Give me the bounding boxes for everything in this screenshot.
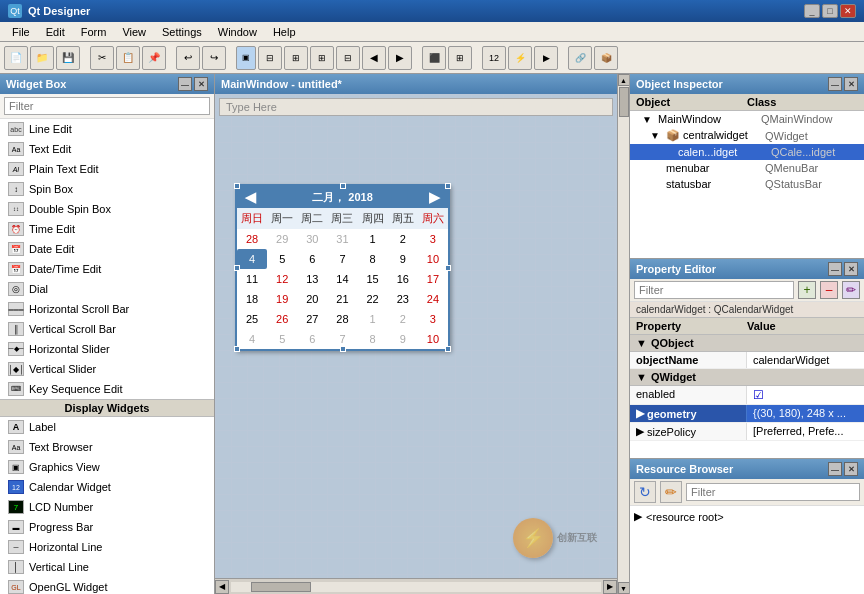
cal-cell[interactable]: 6	[297, 249, 327, 269]
minimize-button[interactable]: _	[804, 4, 820, 18]
cal-cell[interactable]: 3	[418, 229, 448, 249]
prop-val-sizepolicy[interactable]: [Preferred, Prefe...	[747, 423, 864, 440]
cal-cell[interactable]: 21	[327, 289, 357, 309]
obj-row-mainwindow[interactable]: ▼ MainWindow QMainWindow	[630, 111, 864, 127]
widget-item-spin-box[interactable]: ↕ Spin Box	[0, 179, 214, 199]
toolbar-resources[interactable]: 📦	[594, 46, 618, 70]
cal-cell[interactable]: 4	[237, 249, 267, 269]
toolbar-next[interactable]: ▶	[388, 46, 412, 70]
menu-window[interactable]: Window	[210, 24, 265, 40]
resource-filter-input[interactable]	[686, 483, 860, 501]
widget-item-calendar[interactable]: 12 Calendar Widget	[0, 477, 214, 497]
resize-handle-mr[interactable]	[445, 265, 451, 271]
toolbar-paste[interactable]: 📌	[142, 46, 166, 70]
toolbar-undo[interactable]: ↩	[176, 46, 200, 70]
cal-cell[interactable]: 5	[267, 249, 297, 269]
cal-cell[interactable]: 2	[388, 229, 418, 249]
cal-cell[interactable]: 3	[418, 309, 448, 329]
cal-cell[interactable]: 1	[358, 309, 388, 329]
toolbar-prev[interactable]: ◀	[362, 46, 386, 70]
resize-handle-ml[interactable]	[234, 265, 240, 271]
prop-editor-close[interactable]: ✕	[844, 262, 858, 276]
cal-cell[interactable]: 28	[327, 309, 357, 329]
widget-item-lcd-number[interactable]: 7 LCD Number	[0, 497, 214, 517]
cal-cell[interactable]: 22	[358, 289, 388, 309]
prop-val-enabled[interactable]: ☑	[747, 386, 864, 404]
hscroll-right-arrow[interactable]: ▶	[603, 580, 617, 594]
cal-cell[interactable]: 9	[388, 329, 418, 349]
prop-row-geometry[interactable]: ▶ geometry {(30, 180), 248 x ...	[630, 405, 864, 423]
menu-view[interactable]: View	[114, 24, 154, 40]
enabled-checkbox[interactable]: ☑	[753, 388, 764, 402]
property-edit-btn[interactable]: ✏	[842, 281, 860, 299]
widget-item-hline[interactable]: ─ Horizontal Line	[0, 537, 214, 557]
hscroll-left-arrow[interactable]: ◀	[215, 580, 229, 594]
resource-edit-btn[interactable]: ✏	[660, 481, 682, 503]
widget-item-hscrollbar[interactable]: ═══ Horizontal Scroll Bar	[0, 299, 214, 319]
widget-item-vscrollbar[interactable]: ║ Vertical Scroll Bar	[0, 319, 214, 339]
widget-item-double-spin-box[interactable]: ↕↕ Double Spin Box	[0, 199, 214, 219]
menu-file[interactable]: File	[4, 24, 38, 40]
toolbar-copy[interactable]: 📋	[116, 46, 140, 70]
resource-root-row[interactable]: ▶ <resource root>	[634, 510, 860, 523]
cal-cell[interactable]: 17	[418, 269, 448, 289]
property-filter-input[interactable]	[634, 281, 794, 299]
vscroll-down-arrow[interactable]: ▼	[618, 582, 630, 594]
obj-row-menubar[interactable]: menubar QMenuBar	[630, 160, 864, 176]
toolbar-simplify-grid[interactable]: ⊞	[448, 46, 472, 70]
maximize-button[interactable]: □	[822, 4, 838, 18]
vscroll-thumb[interactable]	[619, 87, 629, 117]
widget-item-time-edit[interactable]: ⏰ Time Edit	[0, 219, 214, 239]
widget-item-opengl[interactable]: GL OpenGL Widget	[0, 577, 214, 594]
obj-row-statusbar[interactable]: statusbar QStatusBar	[630, 176, 864, 192]
widget-item-plain-text-edit[interactable]: AI Plain Text Edit	[0, 159, 214, 179]
vscroll-track[interactable]	[618, 86, 630, 582]
widget-item-progress-bar[interactable]: ▬ Progress Bar	[0, 517, 214, 537]
expand-mainwindow[interactable]: ▼	[642, 114, 654, 125]
toolbar-widget-mode[interactable]: ▣	[236, 46, 256, 70]
cal-cell[interactable]: 6	[297, 329, 327, 349]
widget-item-text-edit[interactable]: Aa Text Edit	[0, 139, 214, 159]
property-remove-btn[interactable]: –	[820, 281, 838, 299]
cal-cell[interactable]: 30	[297, 229, 327, 249]
resize-handle-tr[interactable]	[445, 183, 451, 189]
cal-cell[interactable]: 10	[418, 249, 448, 269]
cal-cell[interactable]: 14	[327, 269, 357, 289]
toolbar-tab-order[interactable]: 12	[482, 46, 506, 70]
toolbar-signals[interactable]: ⚡	[508, 46, 532, 70]
widget-item-hslider[interactable]: ─◆─ Horizontal Slider	[0, 339, 214, 359]
toolbar-preview[interactable]: ▶	[534, 46, 558, 70]
widget-item-label[interactable]: A Label	[0, 417, 214, 437]
cal-cell[interactable]: 7	[327, 249, 357, 269]
cal-cell[interactable]: 27	[297, 309, 327, 329]
resize-handle-bl[interactable]	[234, 346, 240, 352]
prop-val-geometry[interactable]: {(30, 180), 248 x ...	[747, 405, 864, 422]
close-button[interactable]: ✕	[840, 4, 856, 18]
property-add-btn[interactable]: +	[798, 281, 816, 299]
prop-row-objectname[interactable]: objectName calendarWidget	[630, 352, 864, 369]
cal-cell[interactable]: 28	[237, 229, 267, 249]
cal-cell[interactable]: 11	[237, 269, 267, 289]
toolbar-redo[interactable]: ↪	[202, 46, 226, 70]
widget-item-vslider[interactable]: │◆│ Vertical Slider	[0, 359, 214, 379]
toolbar-adjust-size[interactable]: ⬛	[422, 46, 446, 70]
resource-browser-close[interactable]: ✕	[844, 462, 858, 476]
prop-editor-float[interactable]: —	[828, 262, 842, 276]
cal-cell[interactable]: 16	[388, 269, 418, 289]
resource-reload-btn[interactable]: ↻	[634, 481, 656, 503]
resize-handle-bm[interactable]	[340, 346, 346, 352]
cal-cell[interactable]: 2	[388, 309, 418, 329]
cal-cell[interactable]: 10	[418, 329, 448, 349]
prop-val-objectname[interactable]: calendarWidget	[747, 352, 864, 368]
resize-handle-tm[interactable]	[340, 183, 346, 189]
cal-cell[interactable]: 31	[327, 229, 357, 249]
toolbar-layout-f[interactable]: ⊟	[336, 46, 360, 70]
cal-cell[interactable]: 8	[358, 329, 388, 349]
toolbar-buddy[interactable]: 🔗	[568, 46, 592, 70]
toolbar-layout-v[interactable]: ⊞	[284, 46, 308, 70]
canvas-hscrollbar[interactable]: ◀ ▶	[215, 578, 617, 594]
widget-item-vline[interactable]: │ Vertical Line	[0, 557, 214, 577]
hscroll-track[interactable]	[231, 582, 601, 592]
vscroll-up-arrow[interactable]: ▲	[618, 74, 630, 86]
toolbar-layout-h[interactable]: ⊟	[258, 46, 282, 70]
